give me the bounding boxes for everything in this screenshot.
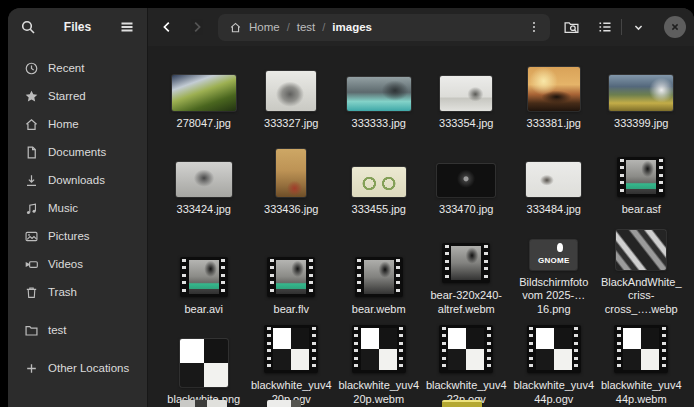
download-icon — [24, 173, 39, 188]
file-item[interactable]: 333333.jpg — [335, 58, 423, 130]
file-item[interactable]: 333354.jpg — [423, 58, 511, 130]
search-button[interactable] — [20, 19, 36, 35]
file-item[interactable]: 333381.jpg — [510, 58, 598, 130]
filmstrip-frame — [623, 328, 659, 370]
star-icon — [24, 89, 39, 104]
file-item[interactable]: BlackAndWhite_criss-cross_….webp — [598, 216, 686, 316]
video-thumbnail — [614, 325, 668, 373]
file-item[interactable]: bear.webm — [335, 216, 423, 316]
video-thumbnail — [267, 257, 315, 297]
filmstrip-frame — [189, 260, 219, 294]
close-icon — [669, 21, 681, 33]
sidebar-item-videos[interactable]: Videos — [13, 250, 142, 278]
folder-icon — [24, 323, 39, 338]
gnome-logo-icon — [557, 243, 563, 252]
filmstrip-frame — [276, 260, 306, 294]
chevron-right-icon — [189, 19, 205, 35]
chevron-left-icon — [159, 19, 175, 35]
file-name: 333470.jpg — [439, 203, 493, 217]
sidebar-item-starred[interactable]: Starred — [13, 82, 142, 110]
plus-icon — [24, 361, 39, 376]
view-options-button[interactable] — [625, 14, 651, 40]
folder-search-button[interactable] — [558, 14, 584, 40]
breadcrumb-images: images — [332, 21, 372, 33]
filmstrip-frame — [364, 260, 394, 294]
grid-row: 278047.jpg 333327.jpg 333333.jpg 333354.… — [160, 58, 694, 130]
file-item[interactable]: bear-320x240-altref.webm — [423, 216, 511, 316]
image-thumbnail — [526, 162, 581, 197]
view-list-button[interactable] — [592, 14, 618, 40]
sidebar-item-downloads[interactable]: Downloads — [13, 166, 142, 194]
music-note-icon — [24, 201, 39, 216]
file-item[interactable]: 333484.jpg — [510, 130, 598, 216]
image-thumbnail — [609, 75, 673, 111]
file-item[interactable]: bear.avi — [160, 216, 248, 316]
main-pane: Home / test / images — [148, 8, 694, 407]
file-item[interactable]: blackwhite_yuv420p.webm — [335, 316, 423, 406]
filmstrip-frame — [626, 160, 656, 194]
image-thumbnail — [528, 67, 580, 111]
file-name: 278047.jpg — [177, 117, 231, 131]
list-view-icon — [597, 19, 613, 35]
file-item[interactable]: 333455.jpg — [335, 130, 423, 216]
file-item[interactable]: blackwhite_yuv444p.webm — [598, 316, 686, 406]
file-item[interactable]: 333399.jpg — [598, 58, 686, 130]
partial-thumbnail — [267, 400, 301, 407]
file-item[interactable]: 333327.jpg — [248, 58, 336, 130]
breadcrumb-separator: / — [287, 21, 290, 33]
file-item[interactable]: blackwhite.png — [160, 316, 248, 406]
search-icon — [20, 19, 36, 35]
file-item[interactable]: blackwhite_yuv420p.ogv — [248, 316, 336, 406]
sidebar-item-documents[interactable]: Documents — [13, 138, 142, 166]
file-item[interactable]: 278047.jpg — [160, 58, 248, 130]
file-name: 333327.jpg — [264, 117, 318, 131]
file-item[interactable]: 333470.jpg — [423, 130, 511, 216]
main-menu-button[interactable] — [119, 19, 135, 35]
forward-button[interactable] — [184, 14, 210, 40]
file-name: 333354.jpg — [439, 117, 493, 131]
back-button[interactable] — [154, 14, 180, 40]
path-menu-button[interactable] — [527, 20, 541, 34]
file-item[interactable]: GNOME Bildschirmfoto vom 2025-…16.png — [510, 216, 598, 316]
headerbar: Home / test / images — [148, 8, 694, 46]
file-grid: 278047.jpg 333327.jpg 333333.jpg 333354.… — [148, 46, 694, 407]
file-name: 333436.jpg — [264, 203, 318, 217]
partial-thumbnail — [442, 400, 482, 407]
sidebar-item-pictures[interactable]: Pictures — [13, 222, 142, 250]
thumbnail-text: GNOME — [538, 256, 570, 265]
breadcrumb-test[interactable]: test — [297, 21, 316, 33]
filmstrip-frame — [451, 246, 481, 280]
sidebar-item-trash[interactable]: Trash — [13, 278, 142, 306]
grid-row: 333424.jpg 333436.jpg 333455.jpg 333470.… — [160, 130, 694, 216]
file-item[interactable]: blackwhite_yuv444p.ogv — [510, 316, 598, 406]
video-thumbnail — [527, 325, 581, 373]
file-name: bear.flv — [274, 303, 309, 317]
folder-search-icon — [563, 19, 580, 36]
sidebar-item-home[interactable]: Home — [13, 110, 142, 138]
sidebar-header: Files — [8, 8, 147, 46]
image-thumbnail — [266, 71, 316, 111]
divider — [621, 19, 622, 35]
filmstrip-frame — [536, 328, 572, 370]
file-item[interactable]: 333436.jpg — [248, 130, 336, 216]
sidebar-item-music[interactable]: Music — [13, 194, 142, 222]
close-button[interactable] — [664, 16, 686, 38]
path-bar[interactable]: Home / test / images — [218, 14, 550, 41]
file-item[interactable]: blackwhite_yuv422p.ogv — [423, 316, 511, 406]
partial-thumbnail — [180, 400, 227, 407]
file-name: 333381.jpg — [527, 117, 581, 131]
breadcrumb-home[interactable]: Home — [249, 21, 280, 33]
file-item[interactable]: 333424.jpg — [160, 130, 248, 216]
file-item[interactable]: bear.flv — [248, 216, 336, 316]
file-name: blackwhite_yuv444p.ogv — [512, 379, 596, 406]
image-thumbnail — [437, 164, 495, 197]
file-item[interactable]: bear.asf — [598, 130, 686, 216]
video-thumbnail — [617, 157, 665, 197]
file-name: 333484.jpg — [527, 203, 581, 217]
sidebar-item-recent[interactable]: Recent — [13, 54, 142, 82]
sidebar-item-test[interactable]: test — [13, 316, 142, 344]
file-name: 333399.jpg — [614, 117, 668, 131]
sidebar-item-other-locations[interactable]: Other Locations — [13, 354, 142, 382]
video-thumbnail — [352, 325, 406, 373]
document-icon — [24, 145, 39, 160]
